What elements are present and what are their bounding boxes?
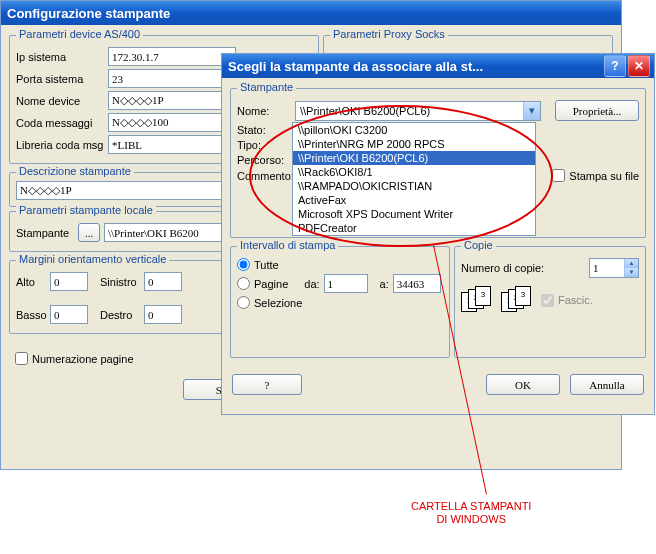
name-label: Nome: [237, 105, 291, 117]
chevron-down-icon[interactable]: ▾ [523, 102, 540, 120]
legend: Margini orientamento verticale [16, 253, 169, 265]
legend: Parametri Proxy Socks [330, 28, 448, 40]
radio-all[interactable]: Tutte [237, 258, 279, 271]
browse-printer-button[interactable]: ... [78, 223, 100, 242]
lib-input[interactable] [108, 135, 236, 154]
printer-dialog: Scegli la stampante da associare alla st… [221, 53, 655, 415]
close-icon[interactable]: ✕ [628, 55, 650, 77]
right-label: Destro [100, 309, 140, 321]
printer-dropdown-list[interactable]: \\pillon\OKI C3200\\Printer\NRG MP 2000 … [292, 122, 536, 236]
dialog-title: Scegli la stampante da associare alla st… [228, 59, 483, 74]
help-icon[interactable]: ? [604, 55, 626, 77]
printer-label: Stampante [16, 227, 74, 239]
printer-option[interactable]: ActiveFax [293, 193, 535, 207]
bottom-label: Basso [16, 309, 46, 321]
numcopies-label: Numero di copie: [461, 262, 544, 274]
queue-input[interactable] [108, 113, 236, 132]
copies-spinner[interactable]: ▲▼ [589, 258, 639, 278]
device-label: Nome device [16, 95, 104, 107]
legend: Parametri device AS/400 [16, 28, 143, 40]
ip-input[interactable] [108, 47, 236, 66]
dropdown-value: \\Printer\OKI B6200(PCL6) [296, 105, 523, 117]
right-input[interactable] [144, 305, 182, 324]
printer-option[interactable]: \\Printer\OKI B6200(PCL6) [293, 151, 535, 165]
to-label: a: [380, 278, 389, 290]
to-input[interactable] [393, 274, 441, 293]
ok-button[interactable]: OK [486, 374, 560, 395]
legend: Intervallo di stampa [237, 239, 338, 251]
collate-icon: 123 [501, 286, 537, 314]
collate-icon: 123 [461, 286, 497, 314]
spin-up-icon[interactable]: ▲ [624, 259, 638, 268]
properties-button[interactable]: Proprietà... [555, 100, 639, 121]
dialog-help-button[interactable]: ? [232, 374, 302, 395]
numbering-checkbox[interactable]: Numerazione pagine [15, 352, 134, 365]
printer-option[interactable]: \\Rack6\OKI8/1 [293, 165, 535, 179]
printer-option[interactable]: \\pillon\OKI C3200 [293, 123, 535, 137]
from-label: da: [304, 278, 319, 290]
device-input[interactable] [108, 91, 236, 110]
printer-option[interactable]: Microsoft XPS Document Writer [293, 207, 535, 221]
main-title: Configurazione stampante [7, 6, 170, 21]
group-copies: Copie Numero di copie: ▲▼ 123 123 Fascic… [454, 246, 646, 358]
printer-option[interactable]: \\Printer\NRG MP 2000 RPCS [293, 137, 535, 151]
legend: Descrizione stampante [16, 165, 134, 177]
group-margin-v: Margini orientamento verticale Alto Sini… [9, 260, 223, 334]
spin-down-icon[interactable]: ▼ [624, 268, 638, 277]
comment-label: Commento: [237, 170, 291, 182]
lib-label: Libreria coda msg [16, 139, 104, 151]
printer-option[interactable]: \\RAMPADO\OKICRISTIAN [293, 179, 535, 193]
fascic-checkbox: Fascic. [541, 294, 593, 307]
port-label: Porta sistema [16, 73, 104, 85]
print-file-checkbox[interactable]: Stampa su file [552, 169, 639, 182]
from-input[interactable] [324, 274, 368, 293]
left-label: Sinistro [100, 276, 140, 288]
type-label: Tipo: [237, 139, 291, 151]
port-input[interactable] [108, 69, 236, 88]
annotation-text: CARTELLA STAMPANTI DI WINDOWS [411, 500, 531, 526]
dialog-titlebar: Scegli la stampante da associare alla st… [222, 54, 654, 78]
radio-pages[interactable]: Pagine [237, 277, 288, 290]
printer-dropdown[interactable]: \\Printer\OKI B6200(PCL6) ▾ [295, 101, 541, 121]
legend: Stampante [237, 81, 296, 93]
cancel-button[interactable]: Annulla [570, 374, 644, 395]
legend: Copie [461, 239, 496, 251]
radio-sel[interactable]: Selezione [237, 296, 302, 309]
bottom-input[interactable] [50, 305, 88, 324]
state-label: Stato: [237, 124, 291, 136]
legend: Parametri stampante locale [16, 204, 156, 216]
left-input[interactable] [144, 272, 182, 291]
printer-option[interactable]: PDFCreator [293, 221, 535, 235]
ip-label: Ip sistema [16, 51, 104, 63]
queue-label: Coda messaggi [16, 117, 104, 129]
group-range: Intervallo di stampa Tutte Pagine da: a:… [230, 246, 450, 358]
path-label: Percorso: [237, 154, 291, 166]
top-input[interactable] [50, 272, 88, 291]
top-label: Alto [16, 276, 46, 288]
main-titlebar: Configurazione stampante [1, 1, 621, 25]
